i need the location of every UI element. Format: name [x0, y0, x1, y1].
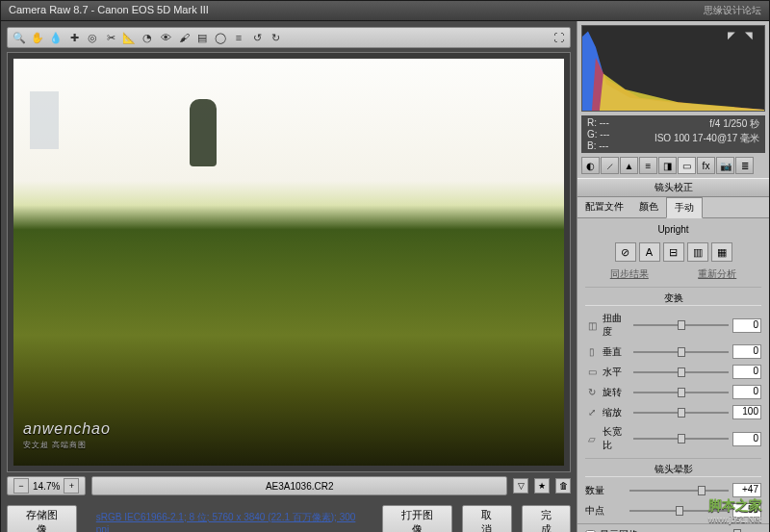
open-image-button[interactable]: 打开图像	[382, 505, 452, 532]
upright-sync-link[interactable]: 同步结果	[610, 267, 649, 281]
preferences-tool-icon[interactable]: ≡	[231, 30, 246, 45]
titlebar-right-text: 思缘设计论坛	[704, 4, 761, 17]
tab-color[interactable]: 颜色	[631, 197, 666, 217]
color-sampler-tool-icon[interactable]: ✚	[66, 30, 82, 45]
adjustment-tabs: ◐ ⟋ ▲ ≡ ◨ ▭ fx 📷 ≣	[578, 157, 769, 178]
image-watermark: anwenchao 安文超 高端商图	[23, 420, 111, 450]
upright-level-icon[interactable]: ⊟	[663, 242, 684, 262]
rotate-icon: ↻	[585, 387, 599, 397]
site-watermark: 脚本之家 www.jb51.Net	[708, 497, 762, 524]
slider-scale: ⤢ 缩放 100	[585, 405, 761, 419]
zoom-tool-icon[interactable]: 🔍	[12, 30, 27, 45]
image-preview[interactable]: anwenchao 安文超 高端商图	[7, 52, 571, 472]
upright-off-icon[interactable]: ⊘	[615, 242, 636, 262]
targeted-adjust-tool-icon[interactable]: ◎	[85, 30, 100, 45]
tab-manual[interactable]: 手动	[666, 197, 703, 218]
tab-split-icon[interactable]: ◨	[658, 157, 677, 174]
tab-profile[interactable]: 配置文件	[578, 197, 631, 217]
aspect-icon: ▱	[585, 434, 599, 444]
vignette-title: 镜头晕影	[585, 458, 761, 477]
cancel-button[interactable]: 取消	[462, 505, 511, 532]
tab-fx-icon[interactable]: fx	[697, 157, 715, 174]
graduated-filter-tool-icon[interactable]: ▤	[194, 30, 210, 45]
fullscreen-toggle-icon[interactable]: ⛶	[551, 30, 566, 45]
adjustment-brush-tool-icon[interactable]: 🖌	[176, 30, 192, 45]
panel-title: 镜头校正	[578, 178, 769, 197]
upright-auto-icon[interactable]: A	[639, 242, 660, 262]
window-title: Camera Raw 8.7 - Canon EOS 5D Mark III	[9, 4, 209, 17]
spot-removal-tool-icon[interactable]: ◔	[140, 30, 155, 45]
tab-lens-icon[interactable]: ▭	[678, 157, 696, 174]
vertical-icon: ▯	[585, 346, 599, 357]
slider-horizontal: ▭ 水平 0	[585, 365, 761, 379]
white-balance-tool-icon[interactable]: 💧	[48, 30, 64, 45]
tab-camera-icon[interactable]: 📷	[716, 157, 734, 174]
meta-exposure: f/4 1/250 秒	[654, 117, 759, 131]
zoom-control: − 14.7% +	[7, 476, 86, 495]
meta-g: G: ---	[587, 129, 609, 139]
filename-display: AE3A1036.CR2	[91, 476, 507, 495]
horizontal-icon: ▭	[585, 367, 599, 377]
scale-icon: ⤢	[585, 407, 599, 418]
histogram[interactable]: ◤ ◥	[581, 25, 765, 112]
horizontal-value[interactable]: 0	[732, 365, 761, 379]
slider-vertical: ▯ 垂直 0	[585, 344, 761, 359]
distortion-value[interactable]: 0	[732, 318, 761, 333]
tab-basic-icon[interactable]: ◐	[581, 157, 600, 174]
vertical-value[interactable]: 0	[732, 344, 761, 359]
rotate-ccw-tool-icon[interactable]: ↺	[249, 30, 265, 45]
slider-aspect: ▱ 长宽比 0	[585, 425, 761, 452]
radial-filter-tool-icon[interactable]: ◯	[213, 30, 228, 45]
hand-tool-icon[interactable]: ✋	[30, 30, 45, 45]
straighten-tool-icon[interactable]: 📐	[121, 30, 137, 45]
rating-icon[interactable]: ★	[534, 478, 550, 494]
slider-amount: 数量 +47	[585, 483, 761, 497]
titlebar: Camera Raw 8.7 - Canon EOS 5D Mark III 思…	[1, 1, 769, 21]
upright-full-icon[interactable]: ▦	[711, 242, 732, 262]
highlight-clip-icon[interactable]: ◥	[745, 30, 758, 43]
trash-icon[interactable]: 🗑	[555, 478, 571, 494]
meta-iso: ISO 100 17-40@17 毫米	[654, 132, 759, 145]
save-image-button[interactable]: 存储图像	[7, 505, 77, 532]
filter-icon[interactable]: ▽	[513, 478, 528, 494]
upright-label: Upright	[585, 224, 761, 235]
upright-reanalyze-link[interactable]: 重新分析	[698, 267, 736, 281]
show-grid-label: 显示网格	[600, 528, 638, 532]
zoom-in-button[interactable]: +	[64, 478, 79, 494]
distortion-icon: ◫	[585, 320, 599, 331]
rotate-value[interactable]: 0	[732, 385, 761, 399]
scale-value[interactable]: 100	[732, 405, 761, 419]
tab-curve-icon[interactable]: ⟋	[601, 157, 619, 174]
workflow-options-link[interactable]: sRGB IEC61966-2.1; 8 位; 5760 x 3840 (22.…	[96, 511, 364, 533]
main-toolbar: 🔍 ✋ 💧 ✚ ◎ ✂ 📐 ◔ 👁 🖌 ▤ ◯ ≡ ↺ ↻ ⛶	[7, 27, 571, 48]
crop-tool-icon[interactable]: ✂	[103, 30, 118, 45]
upright-vertical-icon[interactable]: ▥	[687, 242, 708, 262]
slider-distortion: ◫ 扭曲度 0	[585, 312, 761, 339]
zoom-value[interactable]: 14.7%	[33, 481, 60, 492]
tab-hsl-icon[interactable]: ≡	[639, 157, 657, 174]
aspect-value[interactable]: 0	[732, 432, 761, 446]
slider-rotate: ↻ 旋转 0	[585, 385, 761, 399]
lens-sub-tabs: 配置文件 颜色 手动	[578, 197, 769, 218]
shadow-clip-icon[interactable]: ◤	[728, 30, 741, 43]
meta-r: R: ---	[587, 117, 609, 128]
transform-title: 变换	[585, 287, 761, 306]
done-button[interactable]: 完成	[522, 505, 571, 532]
meta-b: B: ---	[587, 140, 609, 151]
amount-value[interactable]: +47	[732, 483, 761, 497]
rotate-cw-tool-icon[interactable]: ↻	[268, 30, 283, 45]
tab-detail-icon[interactable]: ▲	[620, 157, 638, 174]
red-eye-tool-icon[interactable]: 👁	[158, 30, 173, 45]
show-grid-row: 显示网格	[578, 523, 769, 532]
metadata-display: R: --- G: --- B: --- f/4 1/250 秒 ISO 100…	[581, 115, 765, 153]
zoom-out-button[interactable]: −	[13, 478, 29, 494]
tab-presets-icon[interactable]: ≣	[735, 157, 754, 174]
